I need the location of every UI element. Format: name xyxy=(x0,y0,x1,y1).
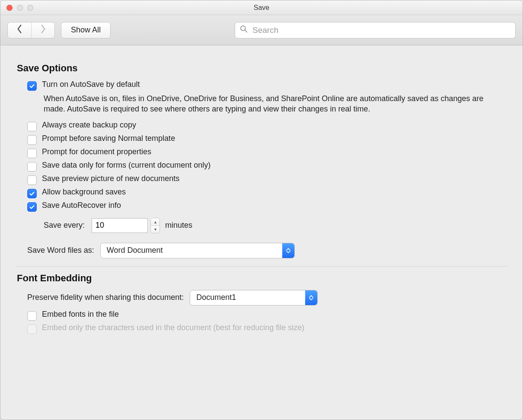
preserve-fidelity-value: Document1 xyxy=(196,293,236,302)
background-saves-checkbox[interactable] xyxy=(27,189,37,198)
close-window-button[interactable] xyxy=(6,5,13,11)
traffic-lights xyxy=(6,5,33,11)
autorecover-checkbox[interactable] xyxy=(27,202,37,212)
show-all-button[interactable]: Show All xyxy=(61,22,111,38)
back-button[interactable] xyxy=(8,22,31,38)
window-title: Save xyxy=(0,4,523,12)
preserve-fidelity-popup[interactable]: Document1 xyxy=(190,290,318,305)
search-icon xyxy=(239,25,248,35)
chevron-right-icon xyxy=(40,24,46,36)
nav-back-forward xyxy=(7,22,55,38)
backup-checkbox[interactable] xyxy=(27,122,37,131)
svg-line-1 xyxy=(245,30,247,32)
save-options-heading: Save Options xyxy=(17,63,507,74)
zoom-window-button[interactable] xyxy=(27,5,33,11)
chevron-left-icon xyxy=(16,24,22,36)
autorecover-interval-label: Save every: xyxy=(44,221,85,230)
updown-chevron-icon xyxy=(282,243,294,258)
embed-fonts-checkbox[interactable] xyxy=(27,311,37,321)
autorecover-interval-row: Save every: ▴ ▾ minutes xyxy=(44,218,192,233)
content: Save Options Turn on AutoSave by default… xyxy=(0,45,523,420)
minimize-window-button[interactable] xyxy=(17,5,23,11)
autorecover-label: Save AutoRecover info xyxy=(42,201,121,210)
autosave-checkbox[interactable] xyxy=(27,81,37,91)
titlebar: Save xyxy=(0,0,523,15)
embed-subset-label: Embed only the characters used in the do… xyxy=(42,323,304,332)
doc-properties-label: Prompt for document properties xyxy=(42,147,151,156)
updown-chevron-icon xyxy=(305,290,317,305)
preview-picture-checkbox[interactable] xyxy=(27,175,37,185)
doc-properties-checkbox[interactable] xyxy=(27,149,37,158)
stepper-up-icon[interactable]: ▴ xyxy=(151,218,159,226)
search-field[interactable] xyxy=(235,22,516,38)
toolbar: Show All xyxy=(0,15,523,45)
forward-button[interactable] xyxy=(31,22,54,38)
autorecover-interval-stepper[interactable]: ▴ ▾ xyxy=(150,218,160,233)
forms-data-checkbox[interactable] xyxy=(27,162,37,172)
show-all-label: Show All xyxy=(71,25,101,35)
normal-template-label: Prompt before saving Normal template xyxy=(42,134,175,143)
save-format-popup[interactable]: Word Document xyxy=(100,243,295,258)
save-format-label: Save Word files as: xyxy=(27,246,94,255)
embed-fonts-label: Embed fonts in the file xyxy=(42,310,119,319)
backup-label: Always create backup copy xyxy=(42,121,136,130)
autosave-label: Turn on AutoSave by default xyxy=(42,80,140,89)
preview-picture-label: Save preview picture of new documents xyxy=(42,174,179,183)
section-divider xyxy=(16,266,507,267)
search-input[interactable] xyxy=(252,25,511,35)
preferences-window: Save Show All Save xyxy=(0,0,523,420)
forms-data-label: Save data only for forms (current docume… xyxy=(42,161,210,170)
stepper-down-icon[interactable]: ▾ xyxy=(151,226,159,233)
background-saves-label: Allow background saves xyxy=(42,188,126,197)
autorecover-interval-unit: minutes xyxy=(165,221,192,230)
save-format-value: Word Document xyxy=(107,246,163,255)
preserve-fidelity-label: Preserve fidelity when sharing this docu… xyxy=(27,293,184,302)
autosave-description: When AutoSave is on, files in OneDrive, … xyxy=(44,93,507,115)
embed-subset-checkbox xyxy=(27,325,37,334)
normal-template-checkbox[interactable] xyxy=(27,135,37,145)
autorecover-interval-input[interactable] xyxy=(92,218,148,233)
font-embedding-heading: Font Embedding xyxy=(17,273,507,284)
